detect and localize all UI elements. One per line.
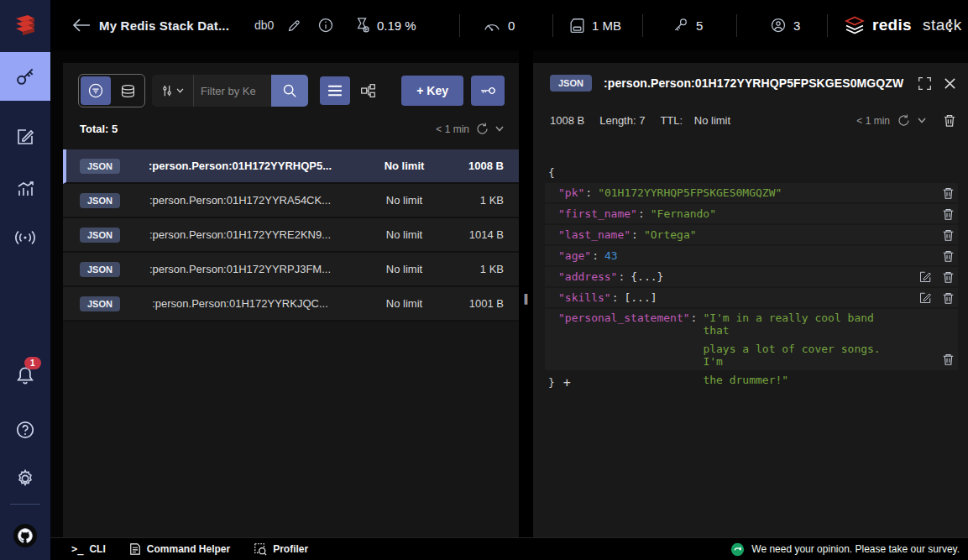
json-field-last-name[interactable]: "last_name":"Ortega" (545, 225, 958, 244)
key-ttl: No limit (360, 263, 448, 275)
total-keys-stat: 5 (672, 0, 703, 50)
divider (736, 14, 737, 37)
tree-view-button[interactable] (353, 76, 383, 105)
detail-ttl-value[interactable]: No limit (694, 114, 730, 127)
json-field-first-name[interactable]: "first_name":"Fernando" (545, 204, 958, 223)
panel-resize-gutter[interactable]: ∥ (519, 50, 533, 537)
detail-key-name[interactable]: :person.Person:01H172YYRHQP5FPSKGES0MGQZ… (604, 76, 906, 90)
kebab-icon (949, 19, 951, 32)
survey-icon (730, 542, 745, 557)
delete-field-icon[interactable] (942, 291, 955, 305)
json-field-skills[interactable]: "skills":[...] (545, 288, 958, 307)
sidebar-item-workbench[interactable] (0, 113, 50, 161)
delete-field-icon[interactable] (942, 186, 955, 200)
clients-value: 3 (793, 18, 800, 33)
table-row[interactable]: JSON :person.Person:01H172YYRKJQC... No … (63, 287, 519, 322)
fullscreen-icon (918, 76, 932, 91)
divider (552, 14, 553, 37)
sidebar-item-browser[interactable] (0, 52, 50, 101)
refresh-icon[interactable] (897, 113, 911, 128)
chevron-down-icon[interactable] (495, 126, 504, 132)
add-json-field-button[interactable]: + (563, 375, 571, 390)
delete-field-icon[interactable] (942, 249, 955, 263)
key-size: 1 KB (448, 263, 504, 275)
delete-field-icon[interactable] (942, 228, 955, 242)
memory-value: 1 MB (592, 18, 621, 33)
table-row[interactable]: JSON :person.Person:01H172YYRHQP5... No … (63, 149, 519, 184)
pubsub-icon (14, 228, 36, 247)
delete-field-icon[interactable] (942, 207, 955, 221)
table-row[interactable]: JSON :person.Person:01H172YYRA54CK... No… (63, 184, 519, 218)
database-scan-icon (119, 83, 137, 99)
list-view-button[interactable] (320, 76, 350, 105)
delete-field-icon[interactable] (942, 353, 955, 366)
delete-field-icon[interactable] (942, 270, 955, 284)
help-icon (14, 419, 36, 441)
edit-db-button[interactable] (287, 0, 301, 50)
search-button[interactable] (271, 75, 308, 107)
workbench-icon (15, 127, 35, 147)
list-view-icon (327, 85, 343, 97)
search-icon (282, 83, 297, 98)
edit-field-icon[interactable] (919, 291, 932, 304)
profiler-button[interactable]: Profiler (254, 542, 308, 556)
delete-key-icon[interactable] (943, 113, 956, 128)
json-field-personal-statement[interactable]: "personal_statement": "I'm in a really c… (545, 309, 958, 370)
redis-cube-icon (11, 10, 39, 40)
json-field-age[interactable]: "age":43 (545, 246, 958, 265)
db-info-button[interactable] (317, 0, 334, 50)
refresh-icon[interactable] (475, 122, 489, 136)
sidebar-item-analytics[interactable] (0, 165, 50, 213)
scan-mode-button[interactable] (112, 76, 143, 105)
edit-field-icon[interactable] (919, 270, 932, 283)
key-list-summary: Total: 5 < 1 min (80, 122, 504, 136)
sidebar-item-settings[interactable] (0, 454, 50, 503)
detail-type-badge: JSON (550, 75, 592, 92)
fullscreen-button[interactable] (918, 76, 932, 91)
sidebar-item-pubsub[interactable] (0, 213, 50, 262)
detail-key-size: 1008 B (550, 114, 584, 127)
key-size: 1 KB (448, 194, 504, 207)
close-icon (944, 77, 956, 90)
filter-mode-toggle-group (78, 74, 145, 107)
sidebar-item-help[interactable] (0, 406, 50, 454)
memory-icon (569, 18, 585, 34)
redisinsight-app: 1 (0, 0, 968, 560)
resize-handle-icon: ∥ (523, 292, 530, 305)
back-button[interactable] (72, 0, 91, 50)
table-row[interactable]: JSON :person.Person:01H172YYRPJ3FM... No… (63, 253, 519, 287)
key-ttl: No limit (360, 160, 448, 172)
key-type-badge: JSON (80, 193, 120, 208)
gear-icon (14, 468, 36, 489)
close-detail-button[interactable] (944, 77, 956, 90)
json-field-pk[interactable]: "pk":"01H172YYRHQP5FPSKGES0MGQZW" (545, 183, 958, 202)
bulk-actions-button[interactable] (471, 76, 505, 106)
bottom-bar: >_ CLI Command Helper Profiler We need y… (50, 537, 968, 560)
filter-by-type-button[interactable] (81, 76, 111, 105)
key-ttl: No limit (360, 228, 448, 241)
sidebar-item-github[interactable] (0, 516, 50, 556)
chevron-down-icon[interactable] (918, 118, 926, 123)
filter-keys-input[interactable] (194, 75, 271, 107)
table-row[interactable]: JSON :person.Person:01H172YYRE2KN9... No… (63, 218, 519, 253)
key-rows: JSON :person.Person:01H172YYRHQP5... No … (63, 149, 519, 322)
key-name: :person.Person:01H172YYRKJQC... (120, 297, 360, 310)
detail-meta-row: 1008 B Length: 7 TTL: No limit < 1 min (550, 113, 956, 128)
sidebar-divider (10, 504, 40, 505)
ops-value: 0 (508, 18, 515, 33)
filter-type-dropdown[interactable] (152, 75, 194, 107)
command-helper-button[interactable]: Command Helper (129, 542, 230, 556)
key-type-badge: JSON (80, 296, 120, 311)
cli-button[interactable]: >_ CLI (71, 543, 106, 555)
survey-link[interactable]: We need your opinion. Please take our su… (730, 542, 960, 557)
json-field-address[interactable]: "address":{...} (545, 267, 958, 286)
sidebar-item-notifications[interactable]: 1 (0, 353, 50, 401)
key-type-badge: JSON (80, 228, 120, 243)
overflow-menu-button[interactable] (949, 0, 951, 50)
tree-view-icon (360, 83, 376, 99)
user-icon (770, 17, 787, 34)
key-count-icon (672, 17, 689, 34)
clients-stat: 3 (770, 0, 800, 50)
add-key-button[interactable]: + Key (401, 76, 463, 106)
chevron-down-icon (176, 88, 184, 93)
